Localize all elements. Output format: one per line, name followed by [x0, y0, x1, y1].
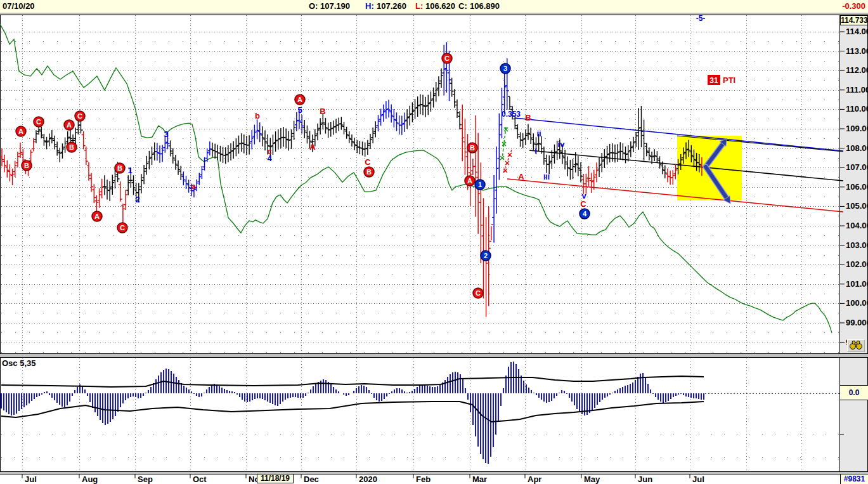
oscillator-zero-box: 0.0	[840, 385, 868, 400]
low-value: 106.620	[425, 1, 455, 11]
oscillator-axis[interactable]	[839, 358, 867, 471]
open-label: O:	[309, 1, 318, 11]
price-chart-canvas[interactable]	[0, 15, 868, 354]
net-change-value: -0.300	[842, 1, 865, 11]
low-label: L:	[415, 1, 423, 11]
charting-app-window: 07/10/20 O: 107.190 H: 107.260 L: 106.62…	[0, 0, 868, 484]
axis-max-value-box: 114.733	[840, 15, 868, 25]
high-value: 107.260	[377, 1, 406, 11]
quote-date: 07/10/20	[3, 1, 35, 11]
quote-info-bar: 07/10/20 O: 107.190 H: 107.260 L: 106.62…	[0, 0, 868, 13]
ticker-id-badge: #9831	[840, 474, 868, 484]
binoculars-icon[interactable]	[847, 339, 865, 352]
open-value: 107.190	[320, 1, 350, 11]
oscillator-title: Osc 5,35	[2, 358, 36, 368]
time-axis	[0, 474, 868, 484]
price-axis[interactable]	[839, 15, 867, 353]
high-label: H:	[365, 1, 374, 11]
close-label: C:	[458, 1, 467, 11]
binoculars-glyph	[848, 340, 864, 350]
close-value: 106.890	[470, 1, 500, 11]
oscillator-canvas[interactable]	[0, 357, 868, 472]
axis-date-flag: 11/18/19	[257, 474, 294, 483]
